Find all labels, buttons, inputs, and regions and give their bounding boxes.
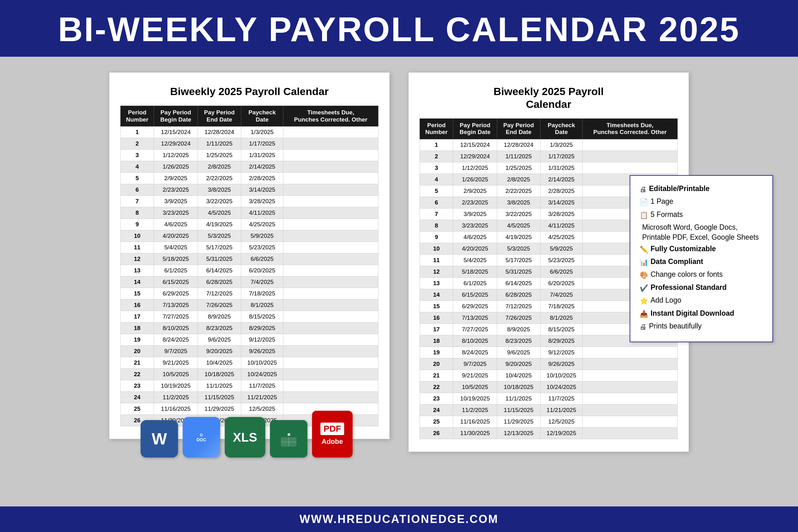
table-row: 136/1/20256/14/20256/20/2025 — [121, 265, 378, 277]
table-row: 2310/19/202511/1/202511/7/2025 — [420, 393, 678, 404]
table-cell: 7/4/2025 — [540, 289, 582, 301]
feature-download: 📥 Instant Digital Download — [640, 308, 763, 320]
table-cell: 16 — [420, 312, 453, 324]
table-cell: 8/29/2025 — [241, 323, 283, 334]
table-cell: 12/29/2024 — [154, 138, 197, 150]
table-cell: 7/13/2025 — [453, 312, 497, 324]
table-cell: 22 — [121, 369, 154, 380]
feature-prints-text: Prints beautifully — [649, 321, 702, 331]
table-cell: 12 — [420, 266, 453, 278]
table-cell: 12/5/2025 — [540, 416, 582, 428]
table-cell: 1/3/2025 — [540, 139, 582, 151]
col-begin: Pay PeriodBegin Date — [154, 106, 197, 127]
table-cell: 4/19/2025 — [497, 231, 540, 243]
table-cell: 10/5/2025 — [453, 381, 497, 393]
svg-text:DOC: DOC — [196, 437, 206, 442]
feature-colors-text: Change colors or fonts — [650, 269, 723, 279]
feature-page-text: 1 Page — [650, 196, 673, 206]
col-end: Pay PeriodEnd Date — [197, 106, 241, 127]
table-cell: 7/26/2025 — [197, 300, 241, 311]
table-cell: 3/22/2025 — [497, 209, 540, 220]
table-cell: 6/14/2025 — [197, 265, 241, 277]
table-row: 2310/19/202511/1/202511/7/2025 — [121, 380, 378, 392]
table-cell: 6/29/2025 — [453, 301, 497, 312]
table-cell: 2 — [420, 151, 453, 163]
feature-logo: ⭐ Add Logo — [640, 295, 763, 307]
svg-text:⊠: ⊠ — [287, 433, 290, 436]
table-cell: 4/5/2025 — [197, 207, 241, 219]
doc-icon: GDOC — [183, 417, 220, 457]
table-cell: 2/28/2025 — [540, 186, 582, 197]
table-cell: 3 — [121, 150, 154, 161]
table-cell: 18 — [420, 335, 453, 347]
table-cell — [283, 323, 378, 334]
table-cell: 1/12/2025 — [154, 150, 197, 161]
table-cell: 19 — [420, 347, 453, 358]
table-cell: 6/29/2025 — [154, 288, 197, 300]
table-cell: 2/23/2025 — [453, 197, 497, 209]
download-icon: 📥 — [640, 308, 648, 320]
feature-professional-text: Professional Standard — [650, 282, 727, 292]
table-row: 188/10/20258/23/20258/29/2025 — [121, 323, 378, 334]
table-cell: 9/26/2025 — [241, 346, 283, 357]
table-cell: 5/18/2025 — [154, 253, 197, 265]
table-cell: 5/17/2025 — [197, 242, 241, 253]
table-cell: 9/20/2025 — [497, 358, 540, 370]
feature-professional: ✔️ Professional Standard — [640, 282, 763, 294]
table-cell: 10/4/2025 — [497, 370, 540, 381]
table-row: 219/21/202510/4/202510/10/2025 — [420, 370, 678, 381]
table-cell: 5/4/2025 — [154, 242, 197, 253]
table-cell: 8/15/2025 — [241, 311, 283, 323]
table-cell: 4/20/2025 — [154, 230, 197, 242]
table-cell — [283, 277, 378, 288]
feature-editable: 🖨 Editable/Printable — [640, 184, 763, 195]
table-cell: 11/7/2025 — [540, 393, 582, 404]
table-cell: 10/10/2025 — [241, 357, 283, 369]
footer: WWW.HREDUCATIONEDGE.COM — [0, 507, 798, 532]
table-cell: 7/12/2025 — [197, 288, 241, 300]
table-cell: 3 — [420, 163, 453, 174]
table-cell: 10/24/2025 — [241, 369, 283, 380]
table-cell: 1/3/2025 — [241, 127, 283, 138]
table-cell: 8/10/2025 — [154, 323, 197, 334]
table-cell: 7/18/2025 — [540, 301, 582, 312]
table-cell — [283, 127, 378, 138]
table-cell: 10/19/2025 — [154, 380, 197, 392]
table-row: 41/26/20252/8/20252/14/2025 — [121, 161, 378, 173]
table-row: 73/9/20253/22/20253/28/2025 — [121, 196, 378, 207]
col-period: PeriodNumber — [121, 106, 154, 127]
table-cell: 2/8/2025 — [197, 161, 241, 173]
table-cell: 10/10/2025 — [540, 370, 582, 381]
table-cell — [283, 357, 378, 369]
feature-prints: 🖨 Prints beautifully — [640, 321, 763, 332]
formats-icon: 📋 — [640, 209, 648, 221]
table-cell: 7/4/2025 — [241, 277, 283, 288]
table-row: 2611/30/202512/13/202512/19/2025 — [420, 428, 678, 439]
table-cell: 7/12/2025 — [497, 301, 540, 312]
left-table-body: 112/15/202412/28/20241/3/2025212/29/2024… — [121, 127, 378, 426]
table-cell: 5/9/2025 — [540, 243, 582, 254]
table-cell: 1/31/2025 — [540, 163, 582, 174]
table-cell: 9/21/2025 — [453, 370, 497, 381]
table-cell: 2 — [121, 138, 154, 150]
table-cell: 4/6/2025 — [154, 219, 197, 230]
table-cell: 4/25/2025 — [241, 219, 283, 230]
table-row: 31/12/20251/25/20251/31/2025 — [420, 163, 678, 174]
table-cell: 6/20/2025 — [540, 278, 582, 289]
table-cell: 2/23/2025 — [154, 184, 197, 196]
table-cell — [283, 380, 378, 392]
table-cell: 5/3/2025 — [497, 243, 540, 254]
table-cell — [283, 196, 378, 207]
table-cell: 10/18/2025 — [197, 369, 241, 380]
table-cell: 23 — [121, 380, 154, 392]
table-cell: 2/28/2025 — [241, 173, 283, 184]
table-cell — [283, 242, 378, 253]
header: BI-WEEKLY PAYROLL CALENDAR 2025 — [0, 0, 798, 57]
table-cell: 1/17/2025 — [540, 151, 582, 163]
table-cell: 11/2/2025 — [154, 392, 197, 403]
table-cell — [283, 184, 378, 196]
table-cell: 10/19/2025 — [453, 393, 497, 404]
table-cell — [583, 404, 678, 416]
table-cell: 5 — [420, 186, 453, 197]
left-payroll-table: PeriodNumber Pay PeriodBegin Date Pay Pe… — [120, 106, 378, 427]
